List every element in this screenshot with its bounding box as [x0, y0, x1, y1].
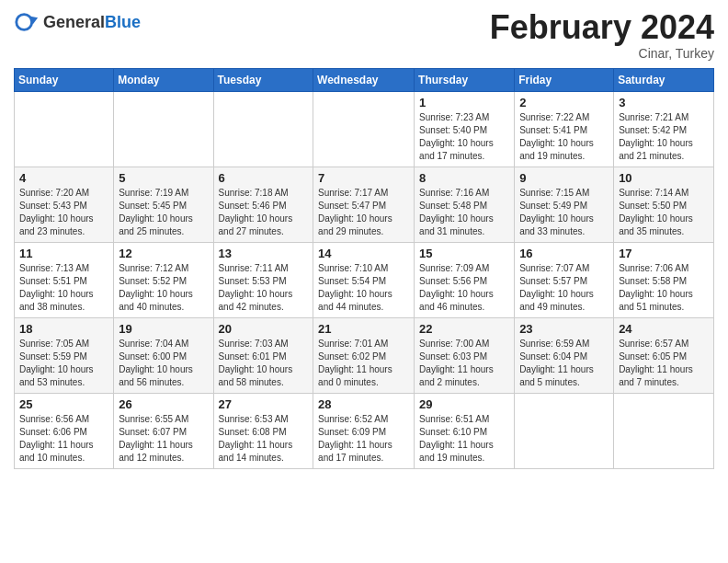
day-number: 4	[19, 171, 108, 185]
weekday-header-sunday: Sunday	[15, 68, 114, 91]
day-number: 14	[318, 247, 409, 260]
calendar-week-row: 25Sunrise: 6:56 AMSunset: 6:06 PMDayligh…	[15, 393, 714, 468]
weekday-header-friday: Friday	[515, 68, 614, 91]
day-number: 17	[619, 247, 709, 260]
day-info: Sunrise: 7:05 AMSunset: 5:59 PMDaylight:…	[19, 338, 108, 389]
day-info: Sunrise: 7:22 AMSunset: 5:41 PMDaylight:…	[519, 111, 609, 163]
weekday-header-thursday: Thursday	[415, 68, 515, 91]
day-info: Sunrise: 7:11 AMSunset: 5:53 PMDaylight:…	[219, 262, 309, 314]
day-number: 13	[219, 247, 309, 260]
calendar-cell: 22Sunrise: 7:00 AMSunset: 6:03 PMDayligh…	[415, 317, 515, 393]
day-number: 5	[119, 171, 208, 185]
day-number: 28	[318, 397, 409, 411]
day-info: Sunrise: 6:57 AMSunset: 6:05 PMDaylight:…	[619, 338, 709, 389]
calendar-cell: 1Sunrise: 7:23 AMSunset: 5:40 PMDaylight…	[415, 91, 515, 167]
page-header: GeneralBlue February 2024 Cinar, Turkey	[14, 9, 714, 61]
calendar-cell: 3Sunrise: 7:21 AMSunset: 5:42 PMDaylight…	[614, 91, 714, 167]
calendar-cell: 2Sunrise: 7:22 AMSunset: 5:41 PMDaylight…	[515, 91, 614, 167]
day-info: Sunrise: 6:52 AMSunset: 6:09 PMDaylight:…	[318, 413, 409, 465]
day-number: 2	[519, 96, 609, 109]
calendar-cell: 24Sunrise: 6:57 AMSunset: 6:05 PMDayligh…	[614, 317, 714, 393]
month-year-title: February 2024	[490, 9, 714, 46]
day-number: 22	[419, 322, 509, 336]
day-info: Sunrise: 7:09 AMSunset: 5:56 PMDaylight:…	[419, 262, 509, 314]
calendar-cell: 23Sunrise: 6:59 AMSunset: 6:04 PMDayligh…	[515, 317, 614, 393]
day-number: 12	[119, 247, 208, 260]
day-number: 16	[519, 247, 609, 260]
day-number: 25	[19, 397, 108, 411]
day-info: Sunrise: 7:01 AMSunset: 6:02 PMDaylight:…	[318, 338, 409, 389]
calendar-cell	[313, 91, 415, 167]
day-number: 9	[519, 171, 609, 185]
day-info: Sunrise: 6:56 AMSunset: 6:06 PMDaylight:…	[19, 413, 108, 465]
logo: GeneralBlue	[14, 9, 141, 35]
calendar-week-row: 18Sunrise: 7:05 AMSunset: 5:59 PMDayligh…	[15, 317, 714, 393]
calendar-cell: 20Sunrise: 7:03 AMSunset: 6:01 PMDayligh…	[213, 317, 313, 393]
calendar-cell: 8Sunrise: 7:16 AMSunset: 5:48 PMDaylight…	[415, 167, 515, 242]
day-info: Sunrise: 6:51 AMSunset: 6:10 PMDaylight:…	[419, 413, 509, 465]
calendar-cell	[114, 91, 213, 167]
day-number: 11	[19, 247, 108, 260]
day-info: Sunrise: 7:20 AMSunset: 5:43 PMDaylight:…	[19, 187, 108, 238]
calendar-cell: 16Sunrise: 7:07 AMSunset: 5:57 PMDayligh…	[515, 242, 614, 317]
day-number: 19	[119, 322, 208, 336]
weekday-header-tuesday: Tuesday	[213, 68, 313, 91]
logo-general-text: General	[43, 13, 105, 31]
day-number: 10	[619, 171, 709, 185]
calendar-cell: 17Sunrise: 7:06 AMSunset: 5:58 PMDayligh…	[614, 242, 714, 317]
day-info: Sunrise: 7:23 AMSunset: 5:40 PMDaylight:…	[419, 111, 509, 163]
calendar-week-row: 11Sunrise: 7:13 AMSunset: 5:51 PMDayligh…	[15, 242, 714, 317]
day-info: Sunrise: 7:04 AMSunset: 6:00 PMDaylight:…	[119, 338, 208, 389]
day-number: 1	[419, 96, 509, 109]
weekday-header-saturday: Saturday	[614, 68, 714, 91]
calendar-cell: 10Sunrise: 7:14 AMSunset: 5:50 PMDayligh…	[614, 167, 714, 242]
day-info: Sunrise: 6:59 AMSunset: 6:04 PMDaylight:…	[519, 338, 609, 389]
calendar-cell: 15Sunrise: 7:09 AMSunset: 5:56 PMDayligh…	[415, 242, 515, 317]
calendar-cell: 9Sunrise: 7:15 AMSunset: 5:49 PMDaylight…	[515, 167, 614, 242]
day-info: Sunrise: 7:17 AMSunset: 5:47 PMDaylight:…	[318, 187, 409, 238]
day-info: Sunrise: 7:00 AMSunset: 6:03 PMDaylight:…	[419, 338, 509, 389]
calendar-week-row: 1Sunrise: 7:23 AMSunset: 5:40 PMDaylight…	[15, 91, 714, 167]
weekday-header-wednesday: Wednesday	[313, 68, 415, 91]
day-info: Sunrise: 7:07 AMSunset: 5:57 PMDaylight:…	[519, 262, 609, 314]
day-info: Sunrise: 7:13 AMSunset: 5:51 PMDaylight:…	[19, 262, 108, 314]
calendar-cell: 26Sunrise: 6:55 AMSunset: 6:07 PMDayligh…	[114, 393, 213, 468]
calendar-cell: 12Sunrise: 7:12 AMSunset: 5:52 PMDayligh…	[114, 242, 213, 317]
day-info: Sunrise: 7:19 AMSunset: 5:45 PMDaylight:…	[119, 187, 208, 238]
day-number: 26	[119, 397, 208, 411]
day-number: 21	[318, 322, 409, 336]
day-info: Sunrise: 7:06 AMSunset: 5:58 PMDaylight:…	[619, 262, 709, 314]
calendar-cell: 13Sunrise: 7:11 AMSunset: 5:53 PMDayligh…	[213, 242, 313, 317]
calendar-cell	[213, 91, 313, 167]
calendar-cell: 18Sunrise: 7:05 AMSunset: 5:59 PMDayligh…	[15, 317, 114, 393]
day-info: Sunrise: 7:03 AMSunset: 6:01 PMDaylight:…	[219, 338, 309, 389]
logo-icon	[14, 9, 40, 35]
day-info: Sunrise: 6:53 AMSunset: 6:08 PMDaylight:…	[219, 413, 309, 465]
calendar-cell: 28Sunrise: 6:52 AMSunset: 6:09 PMDayligh…	[313, 393, 415, 468]
day-info: Sunrise: 7:18 AMSunset: 5:46 PMDaylight:…	[219, 187, 309, 238]
day-number: 6	[219, 171, 309, 185]
calendar-cell: 11Sunrise: 7:13 AMSunset: 5:51 PMDayligh…	[15, 242, 114, 317]
weekday-header-monday: Monday	[114, 68, 213, 91]
calendar-cell	[15, 91, 114, 167]
calendar-cell: 6Sunrise: 7:18 AMSunset: 5:46 PMDaylight…	[213, 167, 313, 242]
location-text: Cinar, Turkey	[490, 46, 714, 61]
day-info: Sunrise: 7:14 AMSunset: 5:50 PMDaylight:…	[619, 187, 709, 238]
day-info: Sunrise: 7:16 AMSunset: 5:48 PMDaylight:…	[419, 187, 509, 238]
day-number: 20	[219, 322, 309, 336]
day-number: 15	[419, 247, 509, 260]
day-info: Sunrise: 7:15 AMSunset: 5:49 PMDaylight:…	[519, 187, 609, 238]
calendar-cell: 21Sunrise: 7:01 AMSunset: 6:02 PMDayligh…	[313, 317, 415, 393]
day-number: 7	[318, 171, 409, 185]
day-number: 29	[419, 397, 509, 411]
calendar-cell: 27Sunrise: 6:53 AMSunset: 6:08 PMDayligh…	[213, 393, 313, 468]
calendar-cell: 4Sunrise: 7:20 AMSunset: 5:43 PMDaylight…	[15, 167, 114, 242]
day-number: 24	[619, 322, 709, 336]
day-number: 18	[19, 322, 108, 336]
day-number: 23	[519, 322, 609, 336]
calendar-cell: 14Sunrise: 7:10 AMSunset: 5:54 PMDayligh…	[313, 242, 415, 317]
weekday-header-row: SundayMondayTuesdayWednesdayThursdayFrid…	[15, 68, 714, 91]
calendar-cell: 7Sunrise: 7:17 AMSunset: 5:47 PMDaylight…	[313, 167, 415, 242]
logo-blue-text: Blue	[105, 13, 141, 31]
day-number: 27	[219, 397, 309, 411]
